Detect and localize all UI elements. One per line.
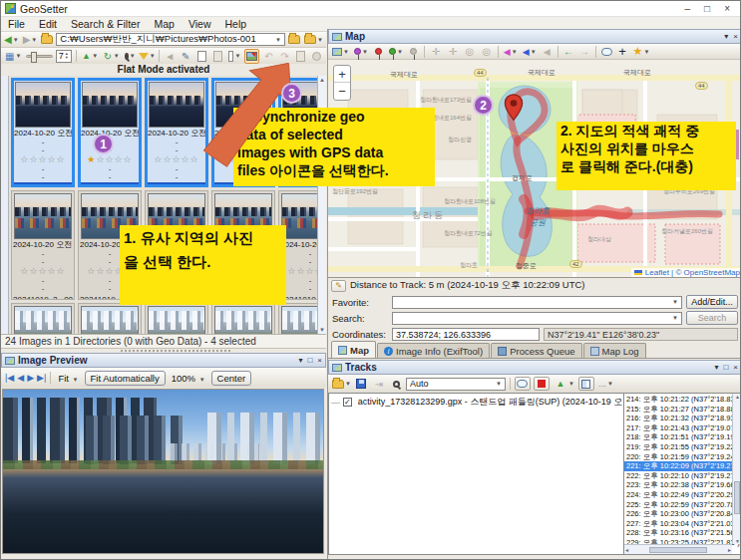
map-menu-icon[interactable]: ▾	[724, 32, 728, 41]
marker-pair-icon[interactable]: ▼	[388, 45, 404, 58]
track-point-row[interactable]: 216: 오후 10:21:32 (N37°2'18.93")	[624, 414, 732, 423]
favorites-star-icon[interactable]: ★▼	[632, 45, 651, 58]
view-mode-icon[interactable]: ▦▼	[4, 50, 23, 63]
menu-search-filter[interactable]: Search & Filter	[64, 18, 147, 30]
track-color-button[interactable]	[534, 377, 550, 391]
new-item-icon[interactable]: ▼	[227, 50, 242, 63]
folder-up-icon[interactable]	[40, 33, 54, 46]
track-point-row[interactable]: 221: 오후 10:22:09 (N37°2'19.27")	[624, 461, 732, 471]
save-track-icon[interactable]	[355, 378, 368, 391]
edit-track-icon[interactable]: ✎	[331, 280, 346, 292]
thumbnail-photo[interactable]	[148, 306, 205, 335]
folders-splitter[interactable]	[1, 76, 9, 334]
next-image-icon[interactable]: ▶	[27, 373, 34, 383]
thumbnail-cell[interactable]: 2024-10-20 오전 7...--★☆☆☆☆--20241019_2...…	[78, 78, 142, 187]
thumbnail-cell[interactable]	[78, 303, 142, 335]
track-point-row[interactable]: 214: 오후 10:21:22 (N37°2'18.83")	[624, 395, 732, 405]
thumbnail-cell[interactable]: 2024-10-20 오전 7...--☆☆☆☆☆--20241019_2...…	[11, 78, 75, 187]
track-point-row[interactable]: 218: 오후 10:21:51 (N37°2'19.19")	[624, 432, 732, 442]
menu-edit[interactable]: Edit	[32, 18, 64, 30]
track-mode-combobox[interactable]: Auto▼	[406, 378, 506, 391]
center-button[interactable]: Center	[211, 371, 252, 386]
tab-image-info[interactable]: iImage Info (ExifTool)	[377, 343, 490, 358]
tab-process-queue[interactable]: Process Queue	[491, 343, 581, 358]
edit-data-icon[interactable]: ✎	[180, 50, 192, 63]
track-point-row[interactable]: 224: 오후 10:22:49 (N37°2'20.29")	[624, 490, 732, 500]
map-marker-icon[interactable]	[504, 94, 524, 122]
attribution-text[interactable]: Leaflet | © OpenStreetMap	[645, 268, 740, 277]
thumbnail-photo[interactable]	[82, 82, 138, 128]
tracks-float-icon[interactable]: □	[723, 363, 728, 372]
preview-photo[interactable]	[2, 389, 324, 554]
columns-spinner[interactable]: 7▲▼	[56, 50, 72, 63]
zoom-out-button[interactable]: −	[334, 83, 350, 100]
zoom-dropdown[interactable]: 100% ▼	[169, 372, 208, 385]
track-search-icon[interactable]	[390, 378, 403, 391]
paste-icon[interactable]	[211, 50, 224, 63]
folder-menu-icon[interactable]: ▼	[303, 33, 324, 46]
track-point-row[interactable]: 226: 오후 10:23:00 (N37°2'20.84")	[624, 509, 732, 519]
thumbnail-cell[interactable]: 2024-10-20 오전 7...--☆☆☆☆☆--20241019_2...…	[11, 190, 75, 300]
forward-icon[interactable]: ▶▼	[22, 33, 39, 46]
thumbnail-photo[interactable]	[14, 193, 72, 239]
thumbnail-cell[interactable]	[211, 303, 275, 335]
last-image-icon[interactable]: ▶|	[37, 373, 46, 383]
tooltip-icon[interactable]	[600, 45, 613, 58]
minimize-button[interactable]: –	[685, 3, 691, 14]
preview-menu-icon[interactable]: ▾	[298, 356, 302, 365]
search-button[interactable]: Search	[686, 311, 738, 325]
favorite-combobox[interactable]: ▼	[392, 296, 682, 309]
track-item[interactable]: — ✓ activity_17328123299.gpx - 스탠드업 패들링(…	[329, 394, 623, 411]
path-combobox[interactable]: C:₩Users₩반반_지니₩Pictures₩Photos-001▼	[56, 33, 285, 46]
thumbnail-photo[interactable]	[214, 306, 272, 335]
coordinates-input[interactable]: 37.538724; 126.633396	[392, 328, 540, 341]
search-icon[interactable]: ▼	[124, 50, 137, 63]
points-hscrollbar[interactable]: ◂▸	[624, 544, 732, 554]
refresh-icon[interactable]: ↻▼	[102, 50, 121, 63]
track-columns-toggle[interactable]	[578, 377, 594, 391]
fit-automatically-button[interactable]: Fit Automatically	[85, 371, 166, 386]
goto-marker-blue-icon[interactable]: ◀▼	[522, 45, 538, 58]
menu-file[interactable]: File	[1, 18, 32, 30]
menu-map[interactable]: Map	[147, 18, 181, 30]
goto-marker-magenta-icon[interactable]: ◀▼	[503, 45, 519, 58]
track-point-row[interactable]: 217: 오후 10:21:43 (N37°2'19.07")	[624, 423, 732, 433]
track-tooltip-toggle[interactable]	[515, 377, 531, 391]
first-image-icon[interactable]: |◀	[5, 373, 14, 383]
preview-close-icon[interactable]: ×	[317, 356, 322, 365]
open-track-icon[interactable]: ▼	[331, 378, 352, 391]
track-goto-icon[interactable]: ▲▼	[553, 378, 575, 391]
points-vscrollbar[interactable]: ▲▼	[732, 394, 741, 544]
track-point-row[interactable]: 223: 오후 10:22:38 (N37°2'19.66")	[624, 480, 732, 490]
fit-dropdown[interactable]: Fit ▼	[55, 372, 81, 385]
prev-image-icon[interactable]: ◀	[17, 373, 24, 383]
thumbnail-cell[interactable]	[11, 303, 75, 335]
track-point-row[interactable]: 219: 오후 10:21:55 (N37°2'19.22")	[624, 442, 732, 452]
center-cross-icon[interactable]: +	[616, 45, 629, 58]
close-button[interactable]: ×	[724, 3, 730, 14]
track-point-row[interactable]: 227: 오후 10:23:04 (N37°2'21.03")	[624, 519, 732, 529]
track-point-row[interactable]: 228: 오후 10:23:16 (N37°2'21.56")	[624, 528, 732, 538]
track-more-icon[interactable]: …▼	[597, 378, 614, 391]
map-close-icon[interactable]: ×	[733, 32, 738, 41]
back-icon[interactable]: ◀▼	[3, 33, 20, 46]
tab-map[interactable]: Map	[331, 341, 376, 358]
zoom-in-button[interactable]: +	[334, 66, 350, 83]
menu-help[interactable]: Help	[217, 18, 253, 30]
maximize-button[interactable]: □	[704, 3, 710, 14]
export-track-icon[interactable]: ⇥	[371, 378, 387, 391]
track-checkbox[interactable]: ✓	[343, 398, 352, 407]
show-position-icon[interactable]: ▼	[353, 45, 369, 58]
assign-position-icon[interactable]	[372, 45, 385, 58]
tracks-close-icon[interactable]: ×	[733, 363, 738, 372]
add-edit-button[interactable]: Add/Edit...	[686, 295, 738, 309]
thumbnail-size-slider[interactable]	[26, 55, 53, 58]
search-combobox[interactable]: ▼	[392, 312, 682, 325]
thumbnail-photo[interactable]	[14, 306, 72, 335]
horizontal-splitter[interactable]	[121, 350, 230, 352]
track-point-row[interactable]: 215: 오후 10:21:27 (N37°2'18.88")	[624, 405, 732, 415]
thumbnail-photo[interactable]	[81, 306, 139, 335]
tracks-menu-icon[interactable]: ▾	[714, 363, 718, 372]
sort-icon[interactable]: ▲▼	[81, 50, 100, 63]
track-point-row[interactable]: 220: 오후 10:21:59 (N37°2'19.24")	[624, 452, 732, 462]
